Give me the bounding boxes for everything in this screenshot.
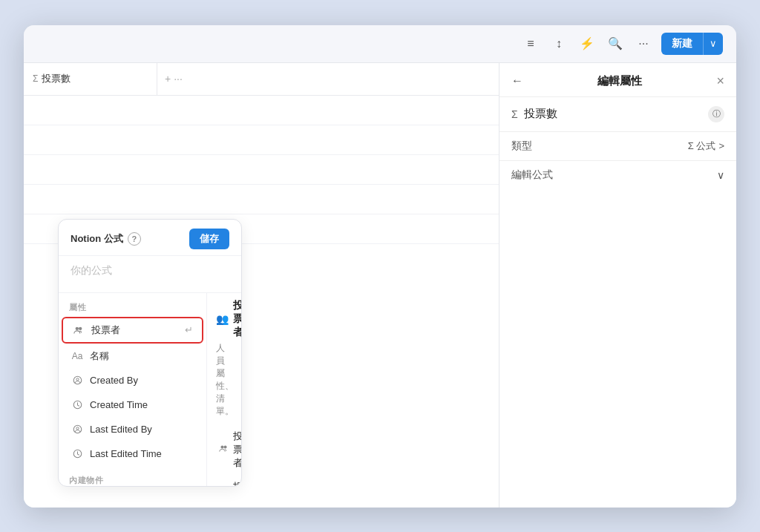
property-return-icon: ↵ — [185, 324, 193, 335]
svg-point-6 — [76, 427, 78, 430]
svg-point-0 — [76, 326, 79, 329]
type-value: Σ 公式 > — [688, 139, 724, 153]
table-row — [24, 155, 499, 185]
type-value-text: Σ 公式 — [688, 139, 716, 153]
field-name-input[interactable] — [524, 108, 708, 120]
more-icon[interactable]: ··· — [633, 33, 654, 54]
formula-help-icon[interactable]: ? — [128, 232, 141, 246]
toolbar: ≡ ↕ ⚡ 🔍 ··· 新建 ∨ — [24, 25, 736, 63]
lightning-icon[interactable]: ⚡ — [577, 33, 597, 54]
add-col-icon: + — [165, 73, 171, 85]
type-label: 類型 — [511, 139, 532, 153]
property-icon-2 — [71, 374, 84, 387]
new-button-group: 新建 ∨ — [661, 33, 723, 55]
suggestions-list: 投票者⎘投票者.length()⎘投票者.at(0)⎘投票者.map(curre… — [216, 425, 232, 486]
table-area: Σ 投票數 + ··· Not — [24, 63, 499, 508]
panel-formula-row[interactable]: 編輯公式 ∨ — [499, 161, 736, 189]
property-label-2: Created By — [90, 375, 138, 386]
property-icon-1: Aa — [71, 349, 84, 363]
panel-header: ← 編輯屬性 × — [499, 63, 736, 97]
filter-icon[interactable]: ≡ — [520, 33, 541, 54]
field-info-icon[interactable]: ⓘ — [708, 106, 724, 122]
table-row — [24, 185, 499, 214]
add-column-button[interactable]: + ··· — [157, 73, 190, 85]
suggestion-item-0[interactable]: 投票者⎘ — [216, 425, 232, 474]
suggestion-name-0: 投票者 — [233, 430, 241, 470]
panel-type-row[interactable]: 類型 Σ 公式 > — [499, 132, 736, 161]
suggestions-panel: 👥 投票者 人員屬性、清單。 投票者⎘投票者.length()⎘投票者.at(0… — [207, 293, 241, 486]
suggestion-item-1[interactable]: 投票者.length()⎘ — [216, 476, 232, 486]
field-sigma-icon: Σ — [511, 108, 518, 120]
suggestion-name-1: 投票者 — [233, 480, 241, 486]
property-label-4: Last Edited By — [90, 424, 152, 435]
property-icon-3 — [71, 398, 84, 412]
formula-arrow-icon: ∨ — [717, 169, 724, 181]
formula-panel: Notion 公式 ? 儲存 你的公式 屬性 投票者↵Aa名稱Creat — [58, 219, 242, 487]
suggestion-text-1: 投票者.length() — [233, 480, 241, 486]
property-label-5: Last Edited Time — [90, 448, 162, 459]
svg-point-8 — [220, 445, 223, 448]
formula-panel-header: Notion 公式 ? 儲存 — [59, 220, 241, 256]
property-icon-4 — [71, 423, 84, 436]
property-label-1: 名稱 — [90, 349, 109, 363]
property-item-0[interactable]: 投票者↵ — [62, 317, 203, 344]
panel-back-button[interactable]: ← — [511, 74, 523, 88]
table-row — [24, 96, 499, 125]
formula-panel-title: Notion 公式 — [71, 232, 123, 246]
formula-save-button[interactable]: 儲存 — [189, 229, 229, 249]
property-item-4[interactable]: Last Edited By — [62, 418, 203, 441]
property-icon-0 — [72, 324, 85, 337]
app-container: ≡ ↕ ⚡ 🔍 ··· 新建 ∨ Σ 投票數 + ··· — [24, 25, 736, 508]
property-icon-5 — [71, 447, 84, 461]
formula-title-group: Notion 公式 ? — [71, 232, 141, 246]
table-header-row: Σ 投票數 + ··· — [24, 63, 499, 96]
new-button[interactable]: 新建 — [661, 33, 703, 55]
suggestion-header: 👥 投票者 — [216, 299, 232, 339]
suggestion-header-icon: 👥 — [216, 313, 229, 325]
builtin-section-label: 內建物件 — [59, 472, 206, 486]
formula-placeholder: 你的公式 — [71, 264, 112, 276]
new-arrow-button[interactable]: ∨ — [703, 33, 723, 55]
svg-point-9 — [224, 445, 227, 448]
properties-list: 投票者↵Aa名稱Created ByCreated TimeLast Edite… — [59, 317, 206, 466]
property-item-5[interactable]: Last Edited Time — [62, 442, 203, 466]
panel-title: 編輯屬性 — [597, 74, 642, 88]
table-col-header[interactable]: Σ 投票數 — [24, 63, 157, 96]
property-label-0: 投票者 — [91, 324, 120, 337]
property-item-3[interactable]: Created Time — [62, 393, 203, 417]
formula-panel-container: Notion 公式 ? 儲存 你的公式 屬性 投票者↵Aa名稱Creat — [46, 213, 254, 493]
formula-body: 屬性 投票者↵Aa名稱Created ByCreated TimeLast Ed… — [59, 293, 241, 486]
table-row — [24, 125, 499, 155]
panel-close-button[interactable]: × — [716, 73, 724, 89]
property-label-3: Created Time — [90, 399, 148, 410]
suggestion-text-0: 投票者 — [233, 430, 241, 470]
svg-point-3 — [76, 378, 78, 381]
properties-section-label: 屬性 — [59, 299, 206, 316]
main-area: Σ 投票數 + ··· Not — [24, 63, 736, 508]
formula-input-area[interactable]: 你的公式 — [59, 256, 241, 293]
svg-point-1 — [79, 326, 82, 329]
suggestion-header-label: 投票者 — [233, 299, 241, 339]
sort-icon[interactable]: ↕ — [548, 33, 569, 54]
property-item-1[interactable]: Aa名稱 — [62, 344, 203, 368]
suggestion-sub-label: 人員屬性、清單。 — [216, 342, 232, 418]
suggestion-icon-0 — [219, 444, 229, 456]
properties-panel: 屬性 投票者↵Aa名稱Created ByCreated TimeLast Ed… — [59, 293, 207, 486]
formula-label: 編輯公式 — [511, 168, 553, 182]
more-col-icon: ··· — [174, 73, 183, 85]
col-sigma-icon: Σ — [33, 73, 38, 84]
property-item-2[interactable]: Created By — [62, 369, 203, 393]
panel-field-row: Σ ⓘ — [499, 97, 736, 132]
right-panel: ← 編輯屬性 × Σ ⓘ 類型 Σ 公式 > 編輯公式 ∨ — [499, 63, 736, 508]
type-arrow-icon: > — [718, 140, 724, 151]
search-icon[interactable]: 🔍 — [605, 33, 626, 54]
col-label: 投票數 — [42, 72, 71, 85]
